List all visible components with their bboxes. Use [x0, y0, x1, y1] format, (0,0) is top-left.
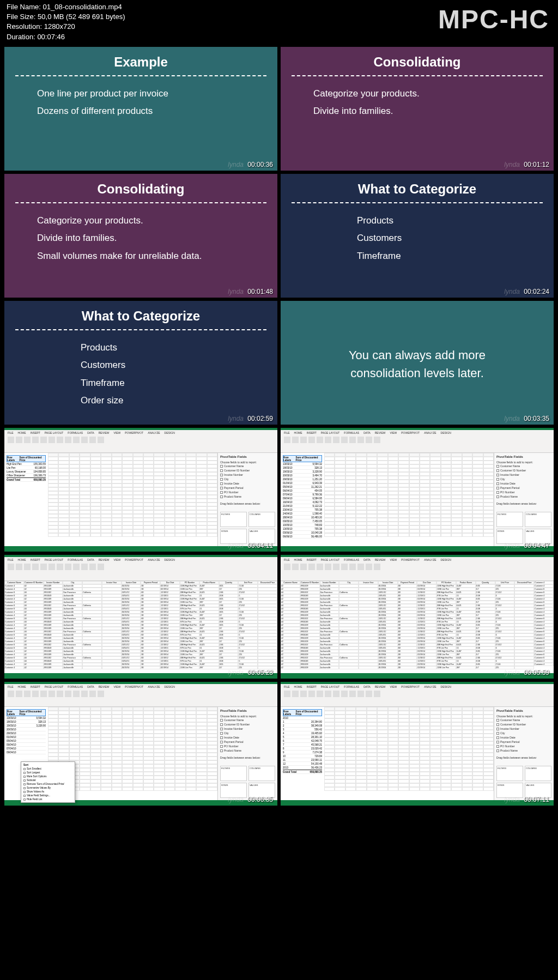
- excel-ribbon: FILEHOMEINSERTPAGE LAYOUTFORMULASDATAREV…: [4, 430, 277, 453]
- timestamp: 00:02:59: [247, 415, 273, 422]
- divider: [15, 329, 266, 330]
- context-menu-popup[interactable]: Sort Sort SmallestSort LargestMore Sort …: [21, 761, 75, 803]
- excel-window: FILEHOMEINSERTPAGE LAYOUTFORMULASDATAREV…: [4, 428, 277, 552]
- slide-body: Categorize your products. Divide into fa…: [15, 212, 266, 265]
- timestamp: 00:02:24: [524, 288, 549, 295]
- file-info-overlay: File Name: 01_08-consolidation.mp4 File …: [7, 2, 125, 42]
- excel-window: FILEHOMEINSERTPAGE LAYOUTFORMULASDATAREV…: [4, 555, 277, 679]
- divider: [15, 202, 266, 203]
- thumbnail-7[interactable]: FILEHOMEINSERTPAGE LAYOUTFORMULASDATAREV…: [4, 428, 277, 552]
- timestamp: 00:01:12: [524, 161, 549, 168]
- thumbnail-2[interactable]: Consolidating Categorize your products. …: [281, 47, 554, 171]
- slide-center-text: You can always add more consolidation le…: [292, 308, 543, 419]
- timestamp: 00:03:35: [524, 415, 549, 422]
- watermark: lynda: [228, 288, 244, 295]
- watermark: lynda: [504, 161, 520, 168]
- slide-title: What to Categorize: [292, 182, 543, 197]
- thumbnail-3[interactable]: Consolidating Categorize your products. …: [4, 174, 277, 298]
- thumbnail-5[interactable]: What to Categorize Products Customers Ti…: [4, 301, 277, 425]
- slide-title: Consolidating: [15, 182, 266, 197]
- timestamp: 00:04:47: [524, 542, 549, 549]
- watermark: lynda: [504, 288, 520, 295]
- timestamp: 00:06:35: [247, 796, 273, 803]
- excel-window: FILEHOMEINSERTPAGE LAYOUTFORMULASDATAREV…: [281, 555, 554, 679]
- watermark: lynda: [228, 542, 244, 549]
- thumbnail-11[interactable]: FILEHOMEINSERTPAGE LAYOUTFORMULASDATAREV…: [4, 682, 277, 806]
- divider: [292, 202, 543, 203]
- timestamp: 00:04:11: [247, 542, 273, 549]
- watermark: lynda: [504, 669, 520, 676]
- pivot-fields-panel: PivotTable Fields Choose fields to add t…: [217, 453, 277, 546]
- watermark: lynda: [228, 161, 244, 168]
- divider: [292, 75, 543, 76]
- watermark: lynda: [504, 796, 520, 803]
- excel-window: FILEHOMEINSERTPAGE LAYOUTFORMULASDATAREV…: [281, 428, 554, 552]
- timestamp: 00:05:59: [524, 669, 549, 676]
- pivot-table: Row LabelsSum of Discounted Price 201012…: [281, 707, 324, 800]
- thumbnail-6[interactable]: You can always add more consolidation le…: [281, 301, 554, 425]
- watermark: lynda: [504, 415, 520, 422]
- pivot-table: Row LabelsSum of Discounted Price High E…: [4, 453, 48, 546]
- slide-body: Categorize your products. Divide into fa…: [292, 85, 543, 120]
- watermark: lynda: [228, 669, 244, 676]
- thumbnail-10[interactable]: FILEHOMEINSERTPAGE LAYOUTFORMULASDATAREV…: [281, 555, 554, 679]
- slide-title: Example: [15, 55, 266, 70]
- pivot-table: Row LabelsSum of Discounted Price 13/03/…: [281, 453, 324, 546]
- thumbnail-12[interactable]: FILEHOMEINSERTPAGE LAYOUTFORMULASDATAREV…: [281, 682, 554, 806]
- timestamp: 00:00:36: [247, 161, 273, 168]
- slide-title: What to Categorize: [15, 308, 266, 324]
- thumbnail-8[interactable]: FILEHOMEINSERTPAGE LAYOUTFORMULASDATAREV…: [281, 428, 554, 552]
- slide-body: One line per product per invoice Dozens …: [15, 85, 266, 120]
- divider: [15, 75, 266, 76]
- slide-body: Products Customers Timeframe Order size: [15, 339, 266, 409]
- thumbnail-1[interactable]: Example One line per product per invoice…: [4, 47, 277, 171]
- pivot-fields-panel: PivotTable Fields Choose fields to add t…: [494, 453, 554, 546]
- watermark: lynda: [228, 796, 244, 803]
- excel-window: FILEHOMEINSERTPAGE LAYOUTFORMULASDATAREV…: [4, 682, 277, 806]
- watermark: lynda: [504, 542, 520, 549]
- pivot-fields-panel: PivotTable Fields Choose fields to add t…: [217, 707, 277, 800]
- timestamp: 00:05:23: [247, 669, 273, 676]
- timestamp: 00:07:11: [524, 796, 549, 803]
- excel-window: FILEHOMEINSERTPAGE LAYOUTFORMULASDATAREV…: [281, 682, 554, 806]
- pivot-fields-panel: PivotTable Fields Choose fields to add t…: [494, 707, 554, 800]
- slide-body: Products Customers Timeframe: [292, 212, 543, 265]
- watermark: lynda: [228, 415, 244, 422]
- slide-title: Consolidating: [292, 55, 543, 70]
- timestamp: 00:01:48: [247, 288, 273, 295]
- thumbnail-grid: Example One line per product per invoice…: [4, 47, 554, 806]
- app-logo: MPC-HC: [438, 4, 549, 34]
- thumbnail-9[interactable]: FILEHOMEINSERTPAGE LAYOUTFORMULASDATAREV…: [4, 555, 277, 679]
- thumbnail-4[interactable]: What to Categorize Products Customers Ti…: [281, 174, 554, 298]
